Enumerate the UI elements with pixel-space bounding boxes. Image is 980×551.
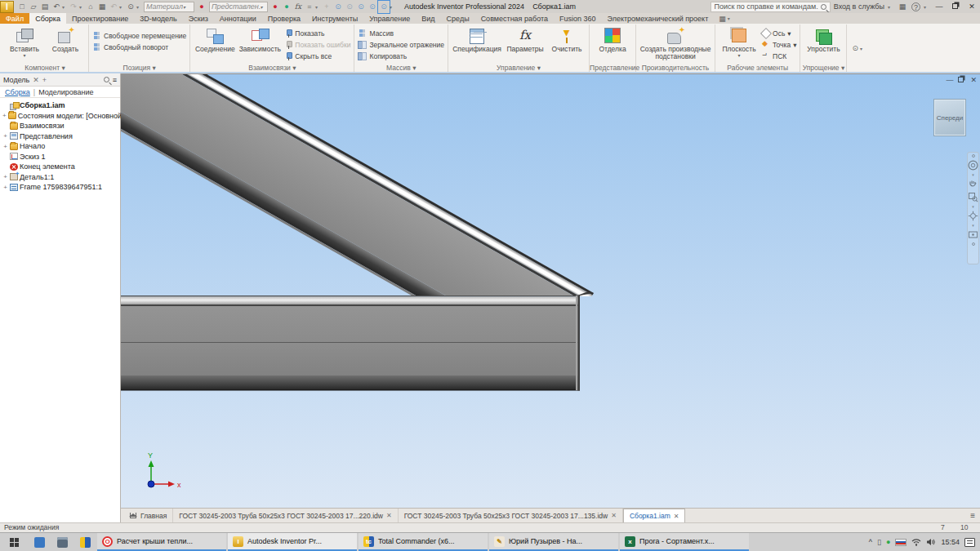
- tab-collaborate[interactable]: Совместная работа: [475, 13, 554, 24]
- pan-hand-icon[interactable]: [968, 179, 978, 189]
- pinned-app-photos[interactable]: [28, 533, 51, 551]
- doc-minimize-icon[interactable]: —: [946, 76, 953, 84]
- speaker-icon[interactable]: [926, 538, 936, 546]
- simplify-button[interactable]: Упростить: [804, 25, 843, 53]
- parameters-button[interactable]: fx Параметры: [504, 25, 546, 53]
- free-rotate-button[interactable]: Свободный поворот: [92, 42, 186, 52]
- navbar-customize-icon[interactable]: [972, 242, 975, 246]
- expander-icon[interactable]: +: [2, 132, 8, 140]
- adjust-appearance-icon[interactable]: ●: [270, 1, 281, 13]
- mirror-button[interactable]: Зеркальное отражение: [358, 39, 444, 50]
- orbit-icon[interactable]: [968, 211, 978, 221]
- doc-tab-idw-220[interactable]: ГОСТ 30245-2003 Труба 50x25x3 ГОСТ 30245…: [173, 509, 398, 522]
- doc-restore-icon[interactable]: [958, 76, 965, 84]
- minimize-button[interactable]: —: [933, 2, 946, 11]
- balloon-icon-4[interactable]: ⊙: [367, 1, 378, 13]
- select-icon[interactable]: ⊙: [125, 1, 136, 13]
- expander-icon[interactable]: +: [2, 184, 8, 191]
- balloon-icon-1[interactable]: ⊙: [332, 1, 344, 13]
- tabs-overflow-icon[interactable]: ≡: [970, 511, 975, 520]
- tree-node-representations[interactable]: + Представления: [2, 131, 120, 142]
- home-icon[interactable]: ⌂: [85, 1, 96, 13]
- tab-close-icon[interactable]: ✕: [386, 512, 392, 519]
- new-file-icon[interactable]: □: [16, 1, 28, 13]
- browser-tab-model[interactable]: Модель: [3, 76, 29, 84]
- constrain-button[interactable]: Зависимость: [238, 25, 282, 53]
- tab-fusion360[interactable]: Fusion 360: [554, 13, 602, 24]
- measure-icon[interactable]: =: [304, 1, 315, 13]
- browser-subtab-modeling[interactable]: Моделирование: [38, 88, 93, 96]
- tree-node-model-states[interactable]: + Состояния модели: [Основной]: [2, 111, 120, 122]
- tab-file[interactable]: Файл: [0, 13, 29, 24]
- parameters-fx-icon[interactable]: fx: [292, 1, 304, 13]
- wifi-icon[interactable]: [911, 538, 921, 546]
- navigation-wheel-icon[interactable]: [968, 160, 978, 171]
- close-button[interactable]: ✕: [965, 2, 978, 11]
- browser-menu-icon[interactable]: ≡: [113, 76, 117, 84]
- pinned-app-total-commander[interactable]: [74, 533, 96, 551]
- language-flag-icon[interactable]: [895, 539, 906, 546]
- expander-icon[interactable]: +: [2, 112, 7, 119]
- copy-button[interactable]: Копировать: [358, 51, 444, 61]
- browser-search-icon[interactable]: [104, 77, 109, 82]
- tab-inspect[interactable]: Проверка: [262, 13, 306, 24]
- help-caret-icon[interactable]: ▾: [924, 4, 929, 10]
- doc-tab-idw-135[interactable]: ГОСТ 30245-2003 Труба 50x25x3 ГОСТ 30245…: [399, 509, 623, 522]
- appearance-combo[interactable]: Представлен... ▾: [209, 2, 268, 12]
- tab-tools[interactable]: Инструменты: [306, 13, 363, 24]
- doc-tab-assembly[interactable]: Сборка1.iam ✕: [623, 509, 686, 522]
- tree-node-assembly-root[interactable]: Сборка1.iam: [2, 100, 120, 111]
- expander-icon[interactable]: +: [2, 143, 8, 150]
- measure-caret-icon[interactable]: ▾: [315, 4, 321, 10]
- clear-appearance-icon[interactable]: ●: [281, 1, 292, 13]
- tab-close-icon[interactable]: ✕: [674, 513, 679, 520]
- tree-node-part1[interactable]: + Деталь1:1: [2, 172, 120, 183]
- tree-node-origin[interactable]: + Начало: [2, 141, 120, 152]
- tab-assemble[interactable]: Сборка: [29, 13, 66, 24]
- pinned-app-calculator[interactable]: [51, 533, 74, 551]
- taskbar-app-messenger[interactable]: ✎ Юрий Пузырев - На...: [489, 533, 618, 551]
- balloon-icon-5[interactable]: ⊙: [378, 1, 390, 13]
- redo-caret-icon[interactable]: ▾: [79, 4, 85, 10]
- horizontal-beam[interactable]: [121, 295, 580, 391]
- color-wheel-icon[interactable]: ●: [196, 1, 207, 13]
- zoom-caret-icon[interactable]: ▾: [972, 205, 974, 208]
- taskbar-app-inventor[interactable]: I Autodesk Inventor Pr...: [228, 533, 357, 551]
- tab-design[interactable]: Проектирование: [66, 13, 134, 24]
- zoom-window-icon[interactable]: [968, 192, 978, 202]
- tree-node-sketch1[interactable]: Эскиз 1: [2, 152, 120, 162]
- finish-button[interactable]: Отделка: [593, 25, 632, 53]
- tab-3d-model[interactable]: 3D-модель: [134, 13, 182, 24]
- tab-sketch[interactable]: Эскиз: [183, 13, 214, 24]
- sign-in-button[interactable]: Вход в службы: [834, 2, 884, 11]
- doc-tab-home[interactable]: Главная: [124, 509, 173, 522]
- app-store-icon[interactable]: ▦: [897, 1, 908, 13]
- sign-in-caret-icon[interactable]: ▾: [888, 4, 893, 10]
- tab-environments[interactable]: Среды: [441, 13, 475, 24]
- balloon-icon-3[interactable]: ⊙: [355, 1, 367, 13]
- pattern-button[interactable]: Массив: [358, 28, 444, 38]
- create-component-button[interactable]: Создать: [46, 25, 85, 53]
- tab-close-icon[interactable]: ✕: [611, 512, 617, 519]
- undo-icon[interactable]: ↶: [51, 1, 62, 13]
- tab-annotate[interactable]: Аннотации: [214, 13, 262, 24]
- browser-add-tab-icon[interactable]: +: [42, 76, 47, 84]
- doc-close-icon[interactable]: ✕: [970, 76, 977, 84]
- clock[interactable]: 15:54: [941, 538, 960, 546]
- open-file-icon[interactable]: ▱: [28, 1, 39, 13]
- view-cube[interactable]: Спереди: [933, 99, 966, 136]
- expander-icon[interactable]: +: [2, 173, 8, 180]
- wheel-caret-icon[interactable]: ▾: [972, 173, 974, 176]
- help-search-input[interactable]: Поиск по справке и командам.: [710, 2, 831, 12]
- axis-button[interactable]: Ось ▾: [761, 28, 796, 38]
- purge-button[interactable]: Очистить: [548, 25, 586, 53]
- plane-button[interactable]: Плоскость ▾: [719, 25, 760, 58]
- joint-button[interactable]: Соединение: [194, 25, 236, 53]
- tab-view[interactable]: Вид: [416, 13, 440, 24]
- tab-electromechanical[interactable]: Электромеханический проект: [602, 13, 715, 24]
- taskbar-app-total-commander[interactable]: tc Total Commander (x6...: [359, 533, 488, 551]
- show-button[interactable]: Показать: [283, 28, 350, 38]
- point-button[interactable]: Точка ▾: [761, 39, 796, 50]
- browser-subtab-assembly[interactable]: Сборка: [5, 88, 30, 96]
- tray-expand-icon[interactable]: ^: [869, 538, 872, 546]
